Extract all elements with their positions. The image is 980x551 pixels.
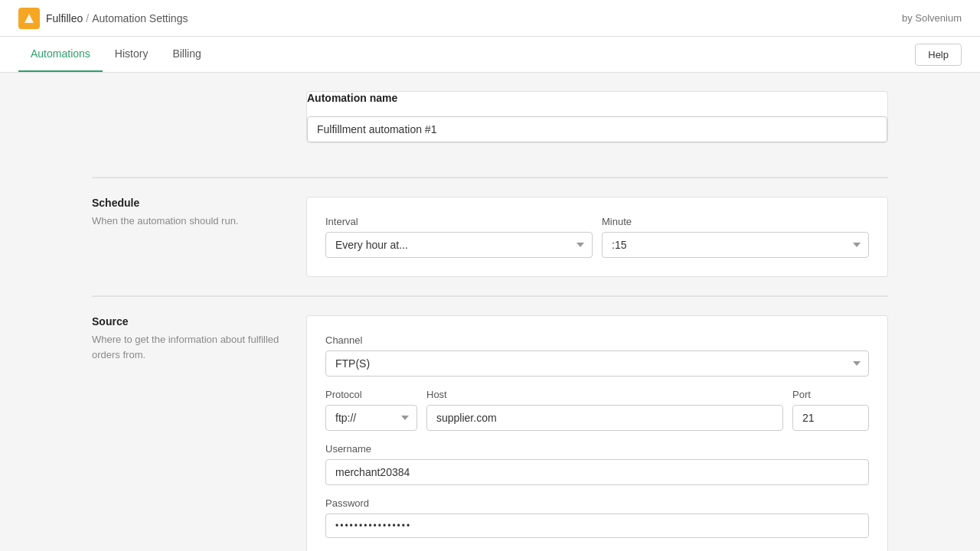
navigation: Automations History Billing Help [0, 37, 980, 73]
schedule-title: Schedule [92, 197, 288, 209]
protocol-field: Protocol ftp:// ftps:// sftp:// [325, 389, 417, 431]
host-input[interactable] [426, 405, 783, 431]
full-wrapper: Automation name Schedule When the automa… [92, 91, 888, 551]
protocol-select[interactable]: ftp:// ftps:// sftp:// [325, 405, 417, 431]
source-right: Channel FTP(S) SFTP HTTP Email Protocol [306, 315, 888, 551]
source-section: Source Where to get the information abou… [92, 297, 888, 551]
schedule-left: Schedule When the automation should run. [92, 197, 306, 229]
header: Fulfilleo / Automation Settings by Solve… [0, 0, 980, 37]
page-wrapper: Automation name Schedule When the automa… [0, 73, 980, 551]
breadcrumb-brand: Fulfilleo [46, 12, 83, 24]
host-label: Host [426, 389, 783, 400]
automation-name-input[interactable] [307, 116, 887, 142]
username-input[interactable] [325, 459, 869, 485]
automation-name-right: Automation name [306, 91, 888, 158]
breadcrumb-separator: / [86, 12, 89, 24]
header-by-label: by Solvenium [902, 12, 962, 24]
source-left: Source Where to get the information abou… [92, 315, 306, 362]
username-label: Username [325, 443, 869, 455]
schedule-description: When the automation should run. [92, 214, 288, 229]
port-label: Port [792, 389, 869, 400]
schedule-section: Schedule When the automation should run.… [92, 178, 888, 296]
password-input[interactable] [325, 514, 869, 538]
channel-label: Channel [325, 334, 869, 346]
protocol-label: Protocol [325, 389, 417, 400]
password-field: Password [325, 497, 869, 538]
minute-label: Minute [602, 216, 869, 227]
username-field: Username [325, 443, 869, 485]
channel-field: Channel FTP(S) SFTP HTTP Email [325, 334, 869, 377]
breadcrumb-current: Automation Settings [92, 12, 188, 24]
automation-name-title: Automation name [307, 92, 887, 104]
tab-billing[interactable]: Billing [160, 37, 213, 72]
header-left: Fulfilleo / Automation Settings [18, 8, 188, 29]
minute-select[interactable]: :00 :05 :10 :15 :20 :30 :45 [602, 232, 869, 258]
minute-field: Minute :00 :05 :10 :15 :20 :30 :45 [602, 216, 869, 258]
nav-tabs: Automations History Billing [18, 37, 214, 72]
schedule-right: Interval Every hour at... Every day at..… [306, 197, 888, 277]
interval-label: Interval [325, 216, 593, 227]
tab-automations[interactable]: Automations [18, 37, 103, 72]
breadcrumb: Fulfilleo / Automation Settings [46, 12, 188, 24]
port-input[interactable] [792, 405, 869, 431]
tab-history[interactable]: History [103, 37, 161, 72]
channel-select[interactable]: FTP(S) SFTP HTTP Email [325, 350, 869, 377]
source-description: Where to get the information about fulfi… [92, 332, 288, 362]
help-button[interactable]: Help [915, 44, 962, 66]
automation-name-section: Automation name [92, 91, 888, 178]
password-label: Password [325, 497, 869, 509]
host-field: Host [426, 389, 783, 431]
port-field: Port [792, 389, 869, 431]
interval-select[interactable]: Every hour at... Every day at... Every w… [325, 232, 593, 258]
interval-field: Interval Every hour at... Every day at..… [325, 216, 593, 258]
logo-icon [18, 8, 40, 29]
source-title: Source [92, 315, 288, 328]
